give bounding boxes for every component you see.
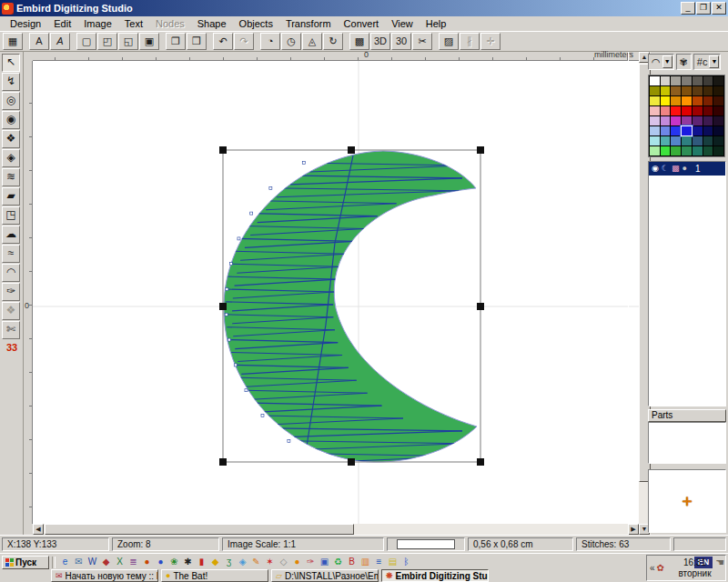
palette-swatch[interactable]	[703, 116, 713, 125]
selection-handle[interactable]	[477, 303, 484, 310]
tool-outline-region-button[interactable]: ◈	[2, 149, 20, 167]
palette-swatch[interactable]	[650, 76, 660, 85]
quicklaunch-diamond-yellow-icon[interactable]: ◆	[208, 556, 222, 568]
menu-help[interactable]: Help	[420, 16, 453, 31]
palette-swatch[interactable]	[693, 96, 703, 105]
scroll-left-button[interactable]: ◀	[33, 524, 44, 535]
toolbar-text-transform-button[interactable]: A	[50, 33, 70, 50]
palette-swatch[interactable]	[693, 86, 703, 95]
quicklaunch-box-red-icon[interactable]: ▮	[195, 556, 208, 568]
palette-swatch[interactable]	[650, 146, 660, 156]
quicklaunch-pencil-icon[interactable]: ✎	[249, 556, 263, 568]
palette-swatch[interactable]	[682, 136, 692, 146]
palette-swatch[interactable]	[671, 126, 681, 135]
h-scroll-thumb[interactable]	[45, 524, 354, 535]
toolbar-undo-button[interactable]: ↶	[213, 33, 233, 50]
tray-app-icon[interactable]: ✿	[657, 563, 664, 573]
palette-swatch[interactable]	[661, 96, 671, 105]
palette-swatch[interactable]	[693, 146, 703, 156]
knot-button[interactable]: ✾	[676, 54, 692, 70]
tool-manual-stitch-button[interactable]: ✑	[2, 283, 20, 301]
palette-swatch[interactable]	[682, 116, 692, 125]
palette-swatch[interactable]	[682, 76, 692, 85]
toolbar-view-3d-button[interactable]: 3D	[370, 33, 390, 50]
menu-transform[interactable]: Transform	[279, 16, 338, 31]
quicklaunch-lines-blue-icon[interactable]: ≡	[372, 556, 386, 568]
task-button-explorer-folder[interactable]: ▱D:\INSTALL\Разное\Embird	[271, 569, 379, 582]
selection-handle[interactable]	[348, 458, 355, 466]
task-button-the-bat[interactable]: ●The Bat!	[161, 569, 268, 582]
task-button-forum-topic[interactable]: ✉Начать новую тему :: В...	[51, 569, 158, 582]
palette-swatch[interactable]	[661, 136, 671, 146]
quicklaunch-letter-b-icon[interactable]: B	[345, 556, 359, 568]
palette-swatch[interactable]	[693, 116, 703, 125]
palette-swatch-selected[interactable]	[682, 126, 692, 135]
palette-swatch[interactable]	[713, 76, 723, 85]
palette-swatch[interactable]	[682, 146, 692, 156]
dropdown-arrow-icon[interactable]: ▼	[709, 55, 719, 68]
toolbar-image-tool-button[interactable]: ▨	[439, 33, 459, 50]
quicklaunch-star-red-icon[interactable]: ✶	[263, 556, 277, 568]
palette-swatch[interactable]	[703, 96, 713, 105]
toolbar-trim-button[interactable]: ✂	[412, 33, 432, 50]
palette-swatch[interactable]	[671, 76, 681, 85]
quicklaunch-diamond-gray-icon[interactable]: ◇	[277, 556, 290, 568]
palette-swatch[interactable]	[661, 126, 671, 135]
menu-shape[interactable]: Shape	[191, 16, 233, 31]
palette-swatch[interactable]	[713, 96, 723, 105]
palette-swatch[interactable]	[650, 96, 660, 105]
quicklaunch-word-icon[interactable]: W	[86, 556, 99, 568]
palette-swatch[interactable]	[671, 106, 681, 115]
palette-swatch[interactable]	[682, 106, 692, 115]
start-button[interactable]: Пуск	[2, 556, 49, 569]
menu-convert[interactable]: Convert	[338, 16, 386, 31]
quicklaunch-books-icon[interactable]: ≣	[126, 556, 140, 568]
palette-swatch[interactable]	[661, 146, 671, 156]
menu-text[interactable]: Text	[118, 16, 149, 31]
palette-swatch[interactable]	[693, 136, 703, 146]
palette-swatch[interactable]	[671, 86, 681, 95]
palette-swatch[interactable]	[703, 76, 713, 85]
curve-style-dropdown[interactable]: ◠ ▼	[648, 54, 674, 70]
tool-fill-region-button[interactable]: ❖	[2, 130, 20, 148]
palette-swatch[interactable]	[713, 86, 723, 95]
tool-select-button[interactable]: ↖	[2, 54, 20, 72]
density-dropdown[interactable]: #c ▼	[693, 54, 722, 70]
palette-swatch[interactable]	[682, 86, 692, 95]
quicklaunch-gem-icon[interactable]: ◈	[236, 556, 249, 568]
toolbar-paste-button[interactable]: ❒	[187, 33, 207, 50]
tool-edit-nodes-button[interactable]: ↯	[2, 73, 20, 91]
minimize-button[interactable]: _	[681, 2, 695, 15]
toolbar-new-file-button[interactable]: ▢	[76, 33, 96, 50]
quicklaunch-media-orange-icon[interactable]: ●	[140, 556, 154, 568]
palette-swatch[interactable]	[671, 136, 681, 146]
palette-swatch[interactable]	[650, 116, 660, 125]
palette-swatch[interactable]	[650, 136, 660, 146]
palette-swatch[interactable]	[703, 86, 713, 95]
quicklaunch-brush-icon[interactable]: ✑	[304, 556, 318, 568]
palette-swatch[interactable]	[693, 76, 703, 85]
quicklaunch-app-red-diamond-icon[interactable]: ◆	[99, 556, 113, 568]
toolbar-stitch-preview-button[interactable]: ▦	[3, 33, 23, 50]
selection-handle[interactable]	[477, 146, 484, 154]
toolbar-rotate-tool-button[interactable]: ↻	[323, 33, 343, 50]
restore-button[interactable]: ❐	[696, 2, 711, 15]
tool-satin-stitch-button[interactable]: ≈	[2, 245, 20, 263]
close-button[interactable]: ✕	[712, 2, 726, 15]
tool-zoom-button[interactable]: ◎	[2, 92, 20, 110]
selection-handle[interactable]	[219, 303, 227, 310]
palette-swatch[interactable]	[650, 86, 660, 95]
quicklaunch-note-yellow-icon[interactable]: ▤	[386, 556, 399, 568]
tool-column-arrow-button[interactable]: ◳	[2, 206, 20, 225]
selection-handle[interactable]	[219, 146, 227, 154]
toolbar-angle-tool-button[interactable]: ◬	[302, 33, 322, 50]
toolbar-hoop-button[interactable]: ▩	[349, 33, 369, 50]
toolbar-copy-button[interactable]: ❐	[166, 33, 186, 50]
selection-handle[interactable]	[219, 458, 227, 466]
tool-zoom-1-1-button[interactable]: ◉	[2, 111, 20, 129]
quicklaunch-plant-icon[interactable]: ❀	[167, 556, 181, 568]
palette-swatch[interactable]	[713, 106, 723, 115]
tool-complex-fill-button[interactable]: ☁	[2, 226, 20, 244]
quicklaunch-bluetooth-icon[interactable]: ᛒ	[399, 556, 413, 568]
quicklaunch-dragon-icon[interactable]: ʒ	[222, 556, 236, 568]
